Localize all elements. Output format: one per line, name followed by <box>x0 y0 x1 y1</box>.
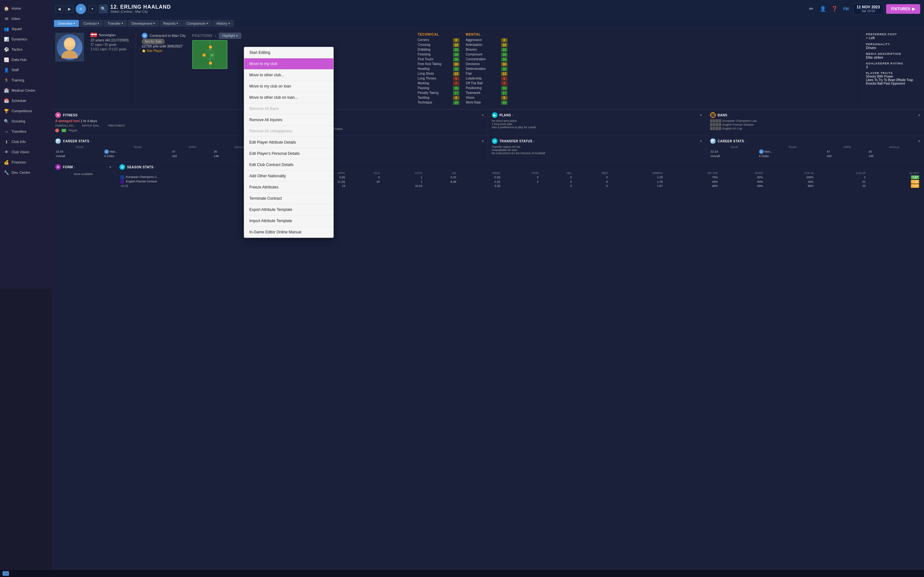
dropdown-menu: Start Editing Move to my club Move to ot… <box>244 47 334 238</box>
season-comp-1: European Champions C... <box>126 175 160 179</box>
technical-header: TECHNICAL <box>418 33 459 36</box>
tab-comparison[interactable]: Comparison ▾ <box>183 20 212 27</box>
staff-icon: 👤 <box>4 67 9 73</box>
form-title: FORM › <box>63 165 75 169</box>
tab-reports[interactable]: Reports ▾ <box>160 20 182 27</box>
player-title: 12. ERLING HAALAND Striker (Centre) - Ma… <box>110 4 462 13</box>
transfers-icon: ↔ <box>4 129 9 134</box>
sidebar-item-finances[interactable]: 💰 Finances <box>0 157 51 167</box>
search-button[interactable]: 🔍 <box>99 5 108 13</box>
attr-val: 15 <box>453 67 459 71</box>
training-icon: 🏃 <box>4 77 9 83</box>
dropdown-item-terminate-contract[interactable]: Terminate Contract <box>244 193 333 204</box>
dropdown-item-import-template[interactable]: Import Attribute Template <box>244 215 333 227</box>
position-dot-mid-left <box>202 53 206 57</box>
dynamics-icon: 📊 <box>4 37 9 42</box>
tech-attr-row: Long Shots13 <box>418 71 459 76</box>
attr-name: Technique <box>418 101 447 105</box>
season-stats-icon: ⚙ <box>120 164 125 170</box>
club-dropdown-button[interactable]: ▼ <box>89 5 96 13</box>
tab-transfer[interactable]: Transfer ▾ <box>103 20 127 27</box>
dropdown-item-edit-personal[interactable]: Edit Player's Personal Details <box>244 148 333 159</box>
dropdown-item-move-other-club[interactable]: Move to other club... <box>244 69 333 81</box>
club-info-icon: ℹ <box>4 139 9 144</box>
attr-name: Marking <box>418 81 447 85</box>
attr-val: 18 <box>453 53 459 57</box>
attr-name: Long Throws <box>418 77 447 81</box>
sidebar-item-transfers[interactable]: ↔ Transfers <box>0 126 51 137</box>
tab-comparison-label: Comparison <box>186 21 205 25</box>
football-pitch[interactable] <box>192 40 228 69</box>
fitness-overall-ph: OVERALL PH... <box>55 124 76 127</box>
attr-val: 16 <box>453 57 459 61</box>
dropdown-item-online-manual[interactable]: In-Game Editor Online Manual <box>244 227 333 237</box>
main-content: Norwegian 23 years old (21/7/2000) 37 ca… <box>51 29 462 288</box>
stats-col-team: TEAM <box>103 145 171 149</box>
attr-name: Finishing <box>418 53 447 57</box>
tech-attr-row: Technique15 <box>418 100 459 105</box>
sidebar-item-club-info[interactable]: ℹ Club Info <box>0 137 51 147</box>
sidebar-item-club-vision[interactable]: 👁 Club Vision <box>0 147 51 157</box>
contracted-label: M Contracted to Man City <box>142 33 186 39</box>
sidebar-item-tactics[interactable]: ⚽ Tactics <box>0 44 51 55</box>
highlight-button[interactable]: Highlight ▾ <box>219 33 241 39</box>
dropdown-item-add-nationality[interactable]: Add Other Nationality <box>244 171 333 182</box>
tab-overview[interactable]: Overview ▾ <box>54 20 79 27</box>
sidebar-item-dynamics[interactable]: 📊 Dynamics <box>0 34 51 44</box>
career-stats-table: YEAR TEAM APPS GOALS 22-24 M Man... 47 3… <box>55 145 265 158</box>
dropdown-item-move-my-club[interactable]: Move to my club <box>244 58 333 69</box>
tab-contract[interactable]: Contract ▾ <box>79 20 103 27</box>
sidebar-item-competitions[interactable]: 🏆 Competitions <box>0 106 51 116</box>
sidebar-item-data-hub[interactable]: 📈 Data Hub <box>0 55 51 65</box>
squad-icon: 👥 <box>4 26 9 31</box>
chevron-down-icon: ▾ <box>207 22 208 25</box>
attr-val: 15 <box>453 101 459 105</box>
sidebar-item-label: Club Info <box>11 140 26 143</box>
tab-history[interactable]: History ▾ <box>213 20 234 27</box>
chevron-down-icon: ▾ <box>228 22 230 25</box>
player-name-display: 12. ERLING HAALAND <box>110 4 462 10</box>
chevron-down-icon: ▾ <box>153 22 155 25</box>
tech-attr-row: First Touch16 <box>418 57 459 62</box>
attr-val: 17 <box>453 91 459 95</box>
sidebar-item-dev-centre[interactable]: 🔧 Dev. Centre <box>0 167 51 177</box>
sidebar-item-staff[interactable]: 👤 Staff <box>0 65 51 75</box>
position-dot-mid-center <box>210 53 214 57</box>
chevron-down-icon: ▾ <box>121 22 123 25</box>
sidebar-item-label: Training <box>11 78 24 82</box>
dropdown-item-edit-attribute[interactable]: Edit Player Attribute Details <box>244 137 333 148</box>
sidebar-item-label: Competitions <box>11 109 32 113</box>
career-stats-row-1: 22-24 M Man... 47 30 <box>55 149 265 154</box>
stats-year-overall: Overall <box>55 154 103 158</box>
attr-val: 15 <box>453 86 459 90</box>
fitness-header: ♥ FITNESS ▾ <box>55 112 265 118</box>
fitness-injury: A damaged heel 1 to 4 days <box>55 119 265 123</box>
sidebar-item-home[interactable]: 🏠 Home <box>0 3 51 13</box>
dropdown-item-freeze-attributes[interactable]: Freeze Attributes <box>244 182 333 193</box>
player-caps: 37 caps / 35 goals <box>90 43 129 47</box>
sidebar-item-inbox[interactable]: ✉ Inbox <box>0 13 51 24</box>
sidebar-item-schedule[interactable]: 📅 Schedule <box>0 95 51 106</box>
tech-attr-row: Passing15 <box>418 86 459 91</box>
sidebar-item-squad[interactable]: 👥 Squad <box>0 24 51 34</box>
form-header: ⚙ FORM › ▾ <box>55 164 111 170</box>
sidebar-item-training[interactable]: 🏃 Training <box>0 75 51 85</box>
inbox-icon: ✉ <box>4 16 9 21</box>
dropdown-item-remove-injuries[interactable]: Remove All Injuries <box>244 114 333 126</box>
dropdown-item-edit-contract[interactable]: Edit Club Contract Details <box>244 159 333 171</box>
sidebar-item-label: Staff <box>11 68 19 72</box>
attr-name: Crossing <box>418 43 447 47</box>
attr-name: Corners <box>418 38 447 42</box>
dropdown-item-export-template[interactable]: Export Attribute Template <box>244 204 333 215</box>
dropdown-item-move-my-club-loan[interactable]: Move to my club on loan <box>244 81 333 92</box>
sidebar-item-label: Scouting <box>11 119 25 123</box>
sidebar-item-scouting[interactable]: 🔍 Scouting <box>0 116 51 126</box>
back-button[interactable]: ◀ <box>55 5 63 13</box>
dropdown-item-start-editing[interactable]: Start Editing <box>244 47 333 58</box>
sidebar-item-label: Medical Centre <box>11 89 35 92</box>
tab-development[interactable]: Development ▾ <box>128 20 159 27</box>
forward-button[interactable]: ▶ <box>65 5 73 13</box>
form-expand-icon[interactable]: ▾ <box>110 165 111 169</box>
sidebar-item-medical[interactable]: 🏥 Medical Centre <box>0 85 51 95</box>
dropdown-item-move-other-club-loan[interactable]: Move to other club on loan... <box>244 92 333 103</box>
